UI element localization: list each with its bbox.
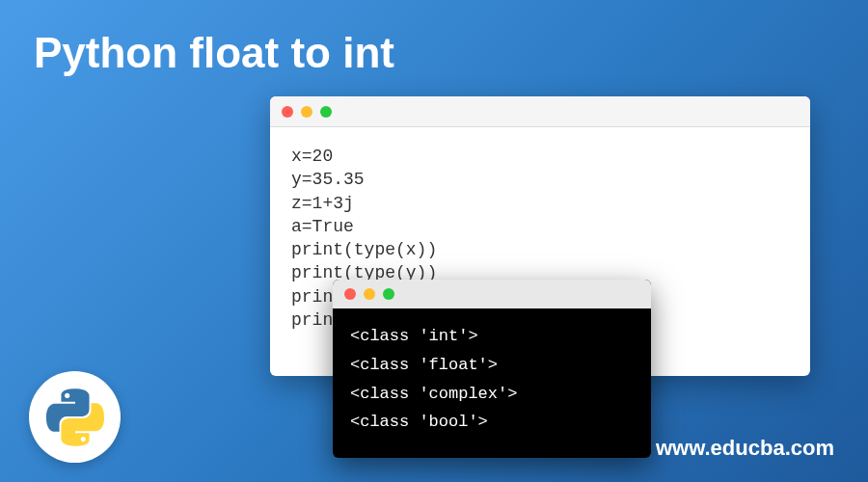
python-logo-icon — [45, 388, 105, 447]
website-url: www.educba.com — [656, 436, 834, 461]
code-line: y=35.35 — [291, 168, 789, 191]
output-line: <class 'float'> — [350, 351, 634, 380]
code-line: x=20 — [291, 145, 789, 168]
close-icon — [282, 106, 293, 118]
terminal-window: <class 'int'> <class 'float'> <class 'co… — [333, 280, 651, 458]
output-line: <class 'complex'> — [350, 380, 634, 409]
terminal-content: <class 'int'> <class 'float'> <class 'co… — [333, 308, 651, 450]
minimize-icon — [301, 106, 312, 118]
code-line: a=True — [291, 215, 789, 238]
close-icon — [344, 288, 356, 300]
minimize-icon — [364, 288, 375, 300]
maximize-icon — [383, 288, 394, 300]
code-line: z=1+3j — [291, 192, 789, 215]
output-line: <class 'int'> — [350, 322, 634, 351]
window-titlebar — [270, 96, 810, 127]
maximize-icon — [320, 106, 332, 118]
logo-container — [29, 371, 121, 463]
terminal-titlebar — [333, 280, 651, 308]
output-line: <class 'bool'> — [350, 408, 634, 437]
code-line: print(type(x)) — [291, 238, 789, 261]
page-title: Python float to int — [34, 29, 394, 77]
